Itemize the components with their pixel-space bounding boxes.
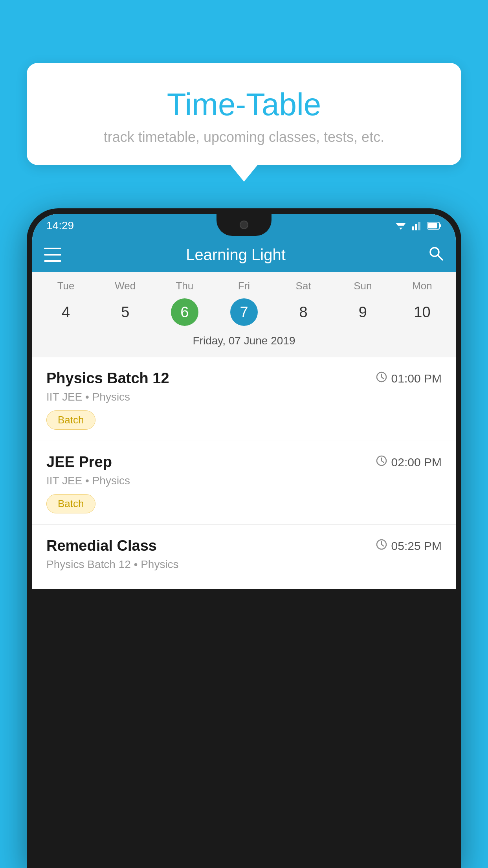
svg-marker-2: [399, 228, 402, 230]
schedule-list: Physics Batch 12 01:00 PM IIT JEE • Phys…: [32, 357, 456, 589]
tooltip-subtitle: track timetable, upcoming classes, tests…: [42, 129, 446, 145]
battery-icon: [427, 221, 442, 230]
svg-line-16: [382, 461, 383, 462]
day-tue: Tue: [36, 280, 95, 292]
svg-line-10: [438, 255, 442, 260]
schedule-item-sub-3: Physics Batch 12 • Physics: [46, 558, 442, 571]
notch: [216, 214, 272, 236]
schedule-item-title-3: Remedial Class: [46, 537, 157, 554]
app-bar: Learning Light: [32, 237, 456, 272]
schedule-item-time-1: 01:00 PM: [376, 371, 442, 386]
schedule-item-title-2: JEE Prep: [46, 454, 112, 471]
app-title: Learning Light: [44, 246, 427, 264]
day-sat: Sat: [274, 280, 333, 292]
status-icons: [394, 221, 442, 230]
date-8[interactable]: 8: [274, 298, 333, 326]
schedule-item-time-3: 05:25 PM: [376, 539, 442, 553]
svg-rect-4: [415, 224, 417, 230]
signal-icon: [412, 221, 423, 230]
clock-icon-3: [376, 539, 387, 553]
schedule-item-2[interactable]: JEE Prep 02:00 PM IIT JEE • Physics: [32, 441, 456, 525]
front-camera: [240, 221, 248, 229]
day-thu: Thu: [155, 280, 214, 292]
day-fri: Fri: [214, 280, 273, 292]
tooltip-title: Time-Table: [42, 86, 446, 123]
day-mon: Mon: [393, 280, 452, 292]
svg-line-13: [382, 377, 383, 379]
schedule-item-header-3: Remedial Class 05:25 PM: [46, 537, 442, 554]
calendar-section: Tue Wed Thu Fri Sat Sun Mon 4 5 6 7 8 9 …: [32, 272, 456, 357]
schedule-item-1[interactable]: Physics Batch 12 01:00 PM IIT JEE • Phys…: [32, 357, 456, 441]
date-5[interactable]: 5: [95, 298, 155, 326]
schedule-item-title-1: Physics Batch 12: [46, 370, 169, 387]
schedule-item-header-1: Physics Batch 12 01:00 PM: [46, 370, 442, 387]
date-6-today[interactable]: 6: [171, 298, 198, 326]
selected-date-label: Friday, 07 June 2019: [32, 332, 456, 353]
schedule-item-sub-1: IIT JEE • Physics: [46, 391, 442, 403]
date-4[interactable]: 4: [36, 298, 95, 326]
svg-line-19: [382, 544, 383, 546]
day-sun: Sun: [333, 280, 393, 292]
batch-badge-1: Batch: [46, 410, 95, 430]
status-time: 14:29: [46, 219, 74, 232]
tooltip-card: Time-Table track timetable, upcoming cla…: [27, 63, 461, 165]
day-wed: Wed: [95, 280, 155, 292]
schedule-item-header-2: JEE Prep 02:00 PM: [46, 454, 442, 471]
phone-frame: 14:29: [27, 208, 461, 868]
wifi-icon: [394, 221, 407, 230]
svg-rect-5: [418, 222, 420, 230]
clock-icon-2: [376, 455, 387, 469]
svg-rect-3: [412, 226, 414, 230]
batch-badge-2: Batch: [46, 494, 95, 513]
schedule-item-sub-2: IIT JEE • Physics: [46, 474, 442, 487]
search-button[interactable]: [427, 245, 444, 265]
svg-rect-8: [439, 224, 441, 227]
calendar-dates-row: 4 5 6 7 8 9 10: [32, 295, 456, 332]
svg-rect-7: [428, 223, 437, 228]
schedule-time-text-1: 01:00 PM: [391, 372, 442, 385]
phone-inner: 14:29: [32, 214, 456, 589]
schedule-item-3[interactable]: Remedial Class 05:25 PM Physics Batch 12…: [32, 525, 456, 589]
calendar-days-row: Tue Wed Thu Fri Sat Sun Mon: [32, 272, 456, 295]
date-10[interactable]: 10: [393, 298, 452, 326]
status-bar: 14:29: [32, 214, 456, 237]
date-7-selected[interactable]: 7: [230, 298, 258, 326]
schedule-item-time-2: 02:00 PM: [376, 455, 442, 469]
schedule-time-text-2: 02:00 PM: [391, 456, 442, 469]
schedule-time-text-3: 05:25 PM: [391, 539, 442, 553]
clock-icon-1: [376, 371, 387, 386]
date-9[interactable]: 9: [333, 298, 393, 326]
